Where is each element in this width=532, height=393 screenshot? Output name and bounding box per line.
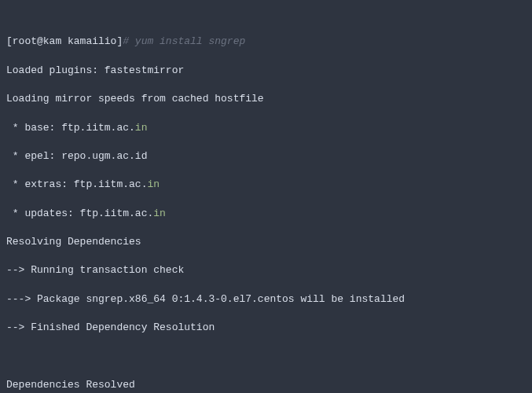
mirror-updates-prefix: * updates: ftp.iitm.ac.: [6, 208, 153, 219]
output-finished: --> Finished Dependency Resolution: [6, 321, 526, 335]
output-pkg-install: ---> Package sngrep.x86_64 0:1.4.3-0.el7…: [6, 292, 526, 307]
output-loaded-plugins: Loaded plugins: fastestmirror: [6, 64, 526, 78]
blank-line-1: [6, 350, 526, 364]
output-mirror-updates: * updates: ftp.iitm.ac.in: [6, 207, 526, 221]
output-mirror-epel: * epel: repo.ugm.ac.id: [6, 149, 526, 163]
mirror-base-prefix: * base: ftp.iitm.ac.: [6, 122, 135, 134]
output-resolving: Resolving Dependencies: [6, 235, 526, 249]
mirror-updates-suffix: in: [153, 208, 166, 219]
mirror-base-suffix: in: [135, 122, 148, 134]
output-mirror-base: * base: ftp.iitm.ac.in: [6, 121, 526, 135]
mirror-extras-suffix: in: [147, 178, 160, 190]
output-mirror-extras: * extras: ftp.iitm.ac.in: [6, 178, 526, 192]
output-deps-resolved: Dependencies Resolved: [6, 378, 526, 392]
prompt-hash: #: [123, 35, 129, 47]
prompt-line: [root@kam kamailio]# yum install sngrep: [6, 35, 526, 49]
output-loading-mirror: Loading mirror speeds from cached hostfi…: [6, 92, 526, 106]
prompt-command: yum install sngrep: [129, 35, 245, 47]
mirror-extras-prefix: * extras: ftp.iitm.ac.: [6, 178, 147, 190]
output-trans-check: --> Running transaction check: [6, 263, 526, 277]
prompt-userhost: [root@kam kamailio]: [6, 35, 123, 47]
